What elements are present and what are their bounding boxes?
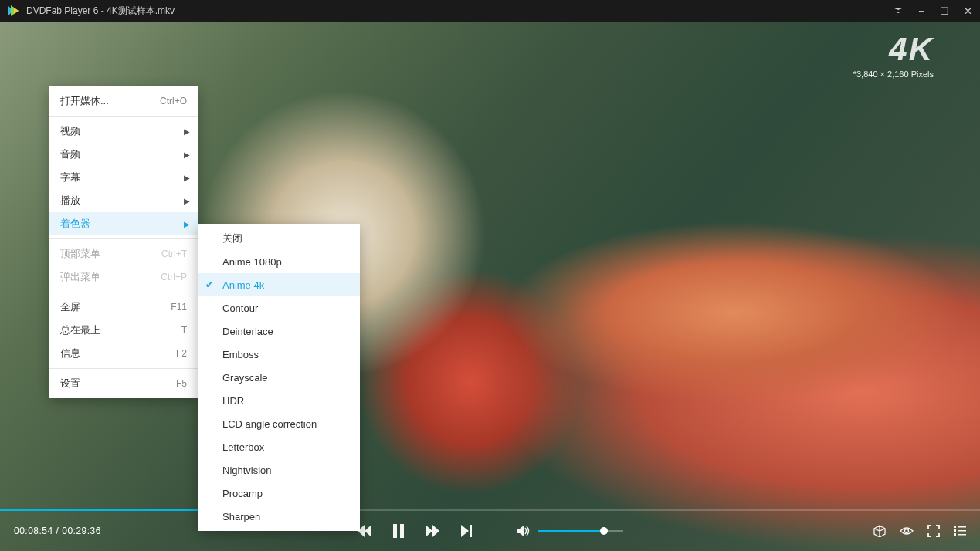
submenu-label: Anime 4k — [222, 279, 264, 291]
menu-top-menu: 顶部菜单 Ctrl+T — [49, 242, 198, 265]
menu-label: 弹出菜单 — [60, 270, 153, 284]
fast-forward-button[interactable] — [426, 525, 439, 537]
svg-rect-16 — [958, 526, 966, 528]
menu-separator — [49, 116, 198, 117]
svg-marker-10 — [432, 525, 439, 537]
cube-icon[interactable] — [873, 525, 886, 537]
next-button[interactable] — [461, 525, 472, 537]
submenu-procamp[interactable]: Procamp — [198, 482, 360, 505]
submenu-label: 关闭 — [222, 232, 242, 245]
submenu-label: Letterbox — [222, 441, 264, 453]
chevron-right-icon: ▶ — [184, 197, 190, 205]
menu-shortcut: Ctrl+T — [161, 248, 187, 259]
menu-label: 音频 — [60, 147, 187, 161]
menu-fullscreen[interactable]: 全屏 F11 — [49, 296, 198, 319]
time-current: 00:08:54 — [14, 526, 53, 536]
volume-thumb[interactable] — [600, 527, 608, 535]
volume-group — [517, 525, 623, 537]
submenu-nightvision[interactable]: Nightvision — [198, 458, 360, 482]
menu-popup-menu: 弹出菜单 Ctrl+P — [49, 265, 198, 289]
menu-playback[interactable]: 播放 ▶ — [49, 189, 198, 212]
menu-label: 着色器 — [60, 217, 187, 231]
menu-label: 顶部菜单 — [60, 247, 154, 261]
menu-shortcut: F11 — [171, 302, 187, 313]
submenu-hdr[interactable]: HDR — [198, 389, 360, 412]
shader-submenu: 关闭 Anime 1080p ✔ Anime 4k Contour Deinte… — [198, 224, 360, 531]
menu-subtitle[interactable]: 字幕 ▶ — [49, 166, 198, 189]
menu-label: 字幕 — [60, 171, 187, 184]
submenu-grayscale[interactable]: Grayscale — [198, 366, 360, 389]
submenu-label: Procamp — [222, 488, 263, 499]
dropdown-icon[interactable] — [892, 8, 904, 14]
menu-separator — [49, 238, 198, 239]
submenu-emboss[interactable]: Emboss — [198, 343, 360, 366]
svg-marker-11 — [461, 525, 469, 537]
chevron-right-icon: ▶ — [184, 150, 190, 159]
submenu-contour[interactable]: Contour — [198, 296, 360, 319]
volume-slider[interactable] — [538, 530, 623, 532]
menu-shortcut: T — [181, 325, 187, 336]
submenu-deinterlace[interactable]: Deinterlace — [198, 319, 360, 343]
chevron-right-icon: ▶ — [184, 127, 190, 136]
menu-settings[interactable]: 设置 F5 — [49, 372, 198, 395]
svg-rect-8 — [400, 524, 404, 538]
submenu-label: HDR — [222, 395, 244, 407]
minimize-button[interactable]: − — [915, 5, 927, 17]
context-menu: 打开媒体... Ctrl+O 视频 ▶ 音频 ▶ 字幕 ▶ 播放 ▶ 着色器 ▶… — [49, 86, 198, 398]
submenu-label: Emboss — [222, 349, 259, 360]
close-button[interactable]: ✕ — [961, 5, 974, 17]
titlebar: DVDFab Player 6 - 4K测试样本.mkv − ☐ ✕ — [0, 0, 980, 22]
maximize-button[interactable]: ☐ — [938, 5, 951, 17]
submenu-letterbox[interactable]: Letterbox — [198, 435, 360, 458]
chevron-right-icon: ▶ — [184, 174, 190, 182]
check-icon: ✔ — [205, 279, 213, 290]
submenu-label: Sharpen — [222, 511, 260, 522]
volume-fill — [538, 530, 605, 532]
pause-button[interactable] — [393, 524, 404, 538]
window-controls: − ☐ ✕ — [892, 5, 974, 17]
volume-icon[interactable] — [517, 525, 531, 537]
submenu-label: Grayscale — [222, 372, 268, 384]
svg-rect-20 — [958, 534, 966, 536]
submenu-label: Contour — [222, 303, 258, 314]
fullscreen-icon[interactable] — [927, 525, 940, 537]
transport-controls — [358, 524, 623, 538]
svg-rect-17 — [954, 529, 956, 532]
menu-shortcut: Ctrl+O — [160, 96, 187, 106]
playback-controls: 00:08:54 / 00:29:36 — [0, 511, 980, 551]
svg-marker-6 — [365, 525, 371, 537]
submenu-label: Deinterlace — [222, 326, 273, 337]
menu-always-on-top[interactable]: 总在最上 T — [49, 319, 198, 342]
submenu-anime-1080p[interactable]: Anime 1080p — [198, 250, 360, 273]
svg-marker-13 — [517, 526, 524, 536]
svg-rect-7 — [393, 524, 397, 538]
menu-label: 设置 — [60, 377, 168, 390]
menu-separator — [49, 292, 198, 292]
menu-label: 全屏 — [60, 300, 163, 314]
resolution-badge: 4K *3,840 × 2,160 Pixels — [853, 31, 934, 79]
menu-video[interactable]: 视频 ▶ — [49, 120, 198, 143]
menu-label: 总在最上 — [60, 323, 174, 337]
svg-rect-18 — [958, 530, 966, 532]
svg-marker-9 — [426, 525, 432, 537]
time-display: 00:08:54 / 00:29:36 — [14, 526, 101, 536]
svg-marker-4 — [894, 12, 902, 13]
svg-rect-15 — [954, 526, 956, 528]
submenu-anime-4k[interactable]: ✔ Anime 4k — [198, 273, 360, 296]
right-controls — [873, 525, 966, 537]
playlist-icon[interactable] — [954, 526, 966, 536]
menu-audio[interactable]: 音频 ▶ — [49, 143, 198, 166]
menu-shader[interactable]: 着色器 ▶ — [49, 212, 198, 235]
menu-label: 信息 — [60, 346, 168, 360]
menu-open-media[interactable]: 打开媒体... Ctrl+O — [49, 90, 198, 113]
submenu-close[interactable]: 关闭 — [198, 227, 360, 250]
menu-info[interactable]: 信息 F2 — [49, 342, 198, 365]
svg-rect-12 — [470, 525, 472, 537]
menu-label: 视频 — [60, 124, 187, 138]
submenu-lcd[interactable]: LCD angle correction — [198, 412, 360, 435]
eye-icon[interactable] — [900, 526, 914, 536]
menu-shortcut: Ctrl+P — [161, 272, 187, 282]
app-logo-icon — [6, 4, 20, 18]
chevron-right-icon: ▶ — [184, 220, 190, 228]
submenu-sharpen[interactable]: Sharpen — [198, 505, 360, 528]
